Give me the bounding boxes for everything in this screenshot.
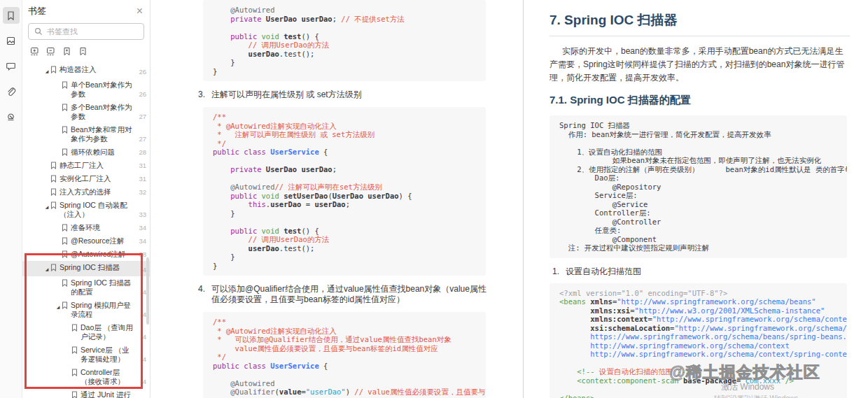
bookmark-label: Spring 模拟用户登录流程 [71, 301, 137, 319]
bookmark-page-number: 4 [137, 310, 146, 319]
bookmark-label: 实例化工厂注入 [59, 174, 137, 183]
bookmark-item[interactable]: Spring IOC 扫描器的配置4 [22, 276, 150, 299]
bookmark-icon [71, 346, 78, 354]
bookmark-icon [50, 175, 57, 183]
bookmark-icon [62, 104, 68, 111]
bookmark-page-number: 4 [137, 265, 146, 274]
xml-code-block: <?xml version="1.0" encoding="UTF-8"?><b… [550, 283, 847, 398]
bookmark-page-number: 31 [137, 161, 146, 170]
bookmark-label: 构造器注入 [59, 65, 137, 74]
bookmark-page-number: 32 [137, 187, 146, 197]
bookmark-page-number: 26 [137, 90, 146, 99]
bookmark-item[interactable]: ◢Spring IOC 扫描器4 [22, 261, 150, 276]
list-number: 1. [552, 266, 559, 277]
bookmark-label: 准备环境 [71, 223, 137, 232]
heading-divider [550, 36, 850, 36]
sidebar-scrollbar[interactable] [146, 257, 149, 325]
bookmark-item[interactable]: 单个Bean对象作为参数26 [22, 78, 150, 101]
add-bookmark-icon[interactable] [62, 47, 71, 56]
stamp-icon[interactable] [3, 108, 20, 125]
bookmark-icon [62, 148, 68, 156]
page-2: 7. Spring IOC 扫描器 实际的开发中，bean的数量非常多，采用手动… [523, 0, 868, 398]
collapse-arrow-icon[interactable]: ◢ [55, 303, 62, 312]
bookmark-item[interactable]: 多个Bean对象作为参数27 [22, 101, 150, 123]
list-item-1: 1. 设置自动化扫描范围 [552, 266, 850, 277]
bookmark-item[interactable]: ◢Spring 模拟用户登录流程4 [22, 299, 150, 321]
bookmark-page-number: 27 [137, 112, 146, 121]
bookmark-item[interactable]: Service层 （业务逻辑处理）4 [22, 343, 150, 366]
notes-code-block: Spring IOC 扫描器 作用: bean对象统一进行管理，简化开发配置，提… [550, 115, 847, 258]
bookmark-item[interactable]: Dao层 （查询用户记录）4 [22, 321, 150, 343]
remove-bookmark-icon[interactable] [78, 47, 88, 56]
search-input[interactable] [47, 27, 138, 36]
bookmark-label: 循环依赖问题 [71, 148, 137, 157]
bookmark-page-number: 27 [137, 134, 146, 143]
java-code-block-2: /** * @Autowired注解实现自动化注入 * 注解可以声明在属性级别 … [203, 107, 486, 276]
bookmark-label: 多个Bean对象作为参数 [71, 103, 137, 121]
bookmark-item[interactable]: ◢构造器注入26 [22, 63, 150, 78]
list-item-3: 3. 注解可以声明在属性级别 或 set方法级别 [198, 90, 486, 100]
document-view: @Autowired private UserDao userDao; // 不… [150, 0, 868, 398]
bookmark-item[interactable]: @Resource注解34 [22, 234, 150, 248]
bookmark-label: Spring IOC 自动装配（注入） [59, 201, 137, 219]
list-number: 4. [198, 284, 205, 305]
bookmark-icon [50, 188, 57, 196]
bookmark-item[interactable]: 注入方式的选择32 [22, 185, 150, 199]
bookmark-icon [62, 279, 68, 287]
bookmark-icon [50, 162, 57, 169]
bookmark-label: Service层 （业务逻辑处理） [80, 346, 137, 364]
close-icon[interactable]: × [136, 6, 143, 17]
bookmark-label: 注入方式的选择 [59, 187, 137, 197]
panel-title: 书签 [28, 5, 46, 17]
bookmark-page-number: 33 [137, 210, 146, 219]
bookmark-item[interactable]: Bean对象和常用对象作为参数27 [22, 123, 150, 145]
list-text: 注解可以声明在属性级别 或 set方法级别 [211, 90, 362, 100]
bookmark-item[interactable]: Controller层 （接收请求）4 [22, 366, 150, 388]
bookmark-item[interactable]: 准备环境34 [22, 221, 150, 234]
bookmark-page-number: 28 [137, 148, 146, 157]
collapse-arrow-icon[interactable]: ◢ [43, 265, 50, 274]
bookmark-icon [62, 301, 68, 309]
bookmark-page-number: 4 [137, 332, 146, 341]
subsection-heading: 7.1. Spring IOC 扫描器的配置 [550, 94, 850, 107]
attachment-icon[interactable] [3, 83, 20, 99]
bookmark-item[interactable]: 实例化工厂注入31 [22, 172, 150, 185]
collapse-arrow-icon[interactable]: ◢ [43, 203, 50, 212]
bookmark-item[interactable]: 通过 JUnit 进行测试4 [22, 388, 150, 398]
bookmark-label: @Autowired注解 [71, 250, 137, 259]
bookmark-icon [62, 81, 68, 89]
bookmark-icon [50, 201, 57, 209]
bookmark-page-number: 4 [137, 377, 146, 386]
bookmark-label: 通过 JUnit 进行测试 [80, 390, 137, 398]
bookmark-icon [62, 224, 68, 232]
list-text: 可以添加@Qualifier结合使用，通过value属性值查找bean对象（va… [211, 284, 486, 305]
java-code-block-3: /** * @Autowired注解实现自动化注入 * 可以添加@Qualifi… [203, 312, 486, 398]
bookmark-item[interactable]: 静态工厂注入31 [22, 159, 150, 172]
intro-paragraph: 实际的开发中，bean的数量非常多，采用手动配置bean的方式已无法满足生产需要… [550, 45, 850, 85]
pdf-reader-window: 书签 × ◢构造器注入26单个Bean对象作为参数26多个Bean对象作为参数2… [0, 0, 868, 398]
thumbnails-icon[interactable] [3, 32, 20, 49]
collapse-all-icon[interactable] [46, 47, 55, 56]
java-code-block-1: @Autowired private UserDao userDao; // 不… [203, 0, 486, 81]
collapse-arrow-icon[interactable]: ◢ [43, 67, 50, 76]
bookmark-panel-icon[interactable] [3, 7, 20, 24]
bookmark-search-box[interactable] [28, 23, 144, 40]
bookmark-label: Spring IOC 扫描器 [59, 263, 137, 272]
search-icon [34, 27, 43, 36]
bookmark-item[interactable]: 循环依赖问题28 [22, 145, 150, 159]
left-icon-strip [0, 0, 22, 398]
bookmark-item[interactable]: @Autowired注解38 [22, 248, 150, 261]
bookmark-icon [62, 250, 68, 258]
list-text: 设置自动化扫描范围 [566, 266, 641, 277]
comments-icon[interactable] [3, 57, 20, 74]
bookmark-icon [50, 66, 57, 73]
bookmark-label: Dao层 （查询用户记录） [80, 323, 137, 341]
bookmark-item[interactable]: ◢Spring IOC 自动装配（注入）33 [22, 199, 150, 221]
bookmark-icon [62, 237, 68, 245]
bookmark-page-number: 34 [137, 236, 146, 246]
bookmark-label: 静态工厂注入 [59, 161, 137, 170]
bookmark-toolbar [22, 41, 150, 57]
bookmark-label: 单个Bean对象作为参数 [71, 80, 137, 99]
expand-all-icon[interactable] [30, 47, 39, 56]
bookmark-page-number: 38 [137, 250, 146, 259]
